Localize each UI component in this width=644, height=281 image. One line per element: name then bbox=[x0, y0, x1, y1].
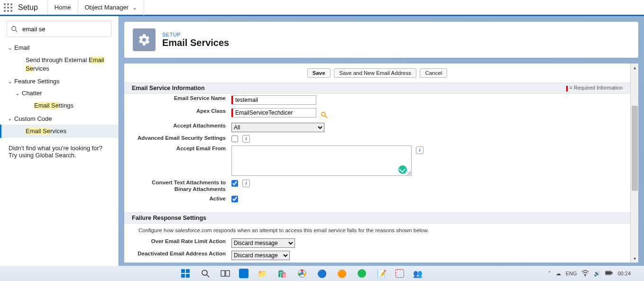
label-convert-text-l1: Convert Text Attachments to bbox=[152, 180, 226, 185]
tree-node-email[interactable]: ⌄ Email bbox=[0, 42, 118, 54]
svg-point-24 bbox=[585, 275, 586, 276]
svg-rect-20 bbox=[226, 271, 230, 276]
svg-point-7 bbox=[7, 10, 9, 12]
svg-point-4 bbox=[7, 7, 9, 9]
select-deactivated-action[interactable]: Discard message bbox=[231, 251, 290, 260]
svg-point-0 bbox=[4, 3, 6, 5]
label-convert-text-l2: Binary Attachments bbox=[175, 186, 226, 192]
info-icon[interactable]: i bbox=[242, 180, 250, 187]
info-icon[interactable]: i bbox=[242, 135, 250, 143]
scroll-track[interactable] bbox=[631, 72, 639, 254]
tab-object-manager-label: Object Manager bbox=[85, 4, 129, 11]
info-icon[interactable]: i bbox=[416, 146, 423, 154]
systray-cloud-icon[interactable]: ☁ bbox=[556, 271, 561, 277]
gear-icon bbox=[133, 28, 156, 51]
checkbox-advanced-security[interactable] bbox=[231, 136, 238, 142]
page-title: Email Services bbox=[162, 37, 229, 48]
app-launcher-icon[interactable] bbox=[0, 0, 16, 16]
label-accept-attachments: Accept Attachments bbox=[173, 123, 226, 128]
tree-node-chatter[interactable]: ⌄ Chatter bbox=[0, 87, 118, 99]
tree-node-feature-settings[interactable]: ⌄ Feature Settings bbox=[0, 75, 118, 87]
lookup-icon[interactable] bbox=[321, 111, 329, 120]
grammarly-icon[interactable] bbox=[398, 165, 407, 174]
svg-rect-16 bbox=[186, 274, 190, 278]
form-card: Save Save and New Email Address Cancel E… bbox=[124, 63, 638, 263]
select-accept-attachments[interactable]: All bbox=[231, 123, 324, 132]
systray-wifi-icon[interactable] bbox=[581, 270, 589, 277]
setup-sidebar: ⌄ Email Send through External Email Serv… bbox=[0, 16, 119, 281]
systray-chevron-icon[interactable]: ˄ bbox=[548, 271, 551, 277]
tree-node-custom-code[interactable]: ⌄ Custom Code bbox=[0, 113, 118, 125]
windows-taskbar: 📁 🛍️ 🔵 🟠 📝 👥 ˄ ☁ ENG 🔊 00:24 bbox=[0, 266, 644, 281]
tree-item-email-settings[interactable]: Email Settings bbox=[0, 99, 118, 112]
label-active: Active bbox=[209, 196, 226, 201]
label-deactivated-action: Deactivated Email Address Action bbox=[138, 251, 226, 256]
systray-volume-icon[interactable]: 🔊 bbox=[594, 271, 600, 277]
save-button[interactable]: Save bbox=[307, 68, 331, 78]
svg-rect-19 bbox=[221, 271, 225, 276]
taskbar-app-icon[interactable] bbox=[396, 269, 404, 278]
sidebar-note-l2: Try using Global Search. bbox=[9, 152, 110, 159]
input-email-service-name[interactable] bbox=[233, 95, 316, 105]
page-pre-title: SETUP bbox=[162, 32, 229, 37]
failure-description: Configure how salesforce.com responds wh… bbox=[124, 224, 630, 237]
taskbar-store-icon[interactable]: 🛍️ bbox=[276, 267, 288, 280]
sidebar-note: Didn't find what you're looking for? Try… bbox=[0, 138, 118, 165]
tab-home[interactable]: Home bbox=[47, 0, 78, 15]
quick-find-input[interactable] bbox=[7, 21, 111, 37]
taskbar-app-icon[interactable]: 🟠 bbox=[336, 267, 348, 280]
systray-battery-icon[interactable] bbox=[605, 270, 613, 277]
checkbox-convert-text[interactable] bbox=[231, 180, 238, 187]
svg-line-12 bbox=[325, 116, 327, 118]
top-tab-bar: Setup Home Object Manager ⌄ bbox=[0, 0, 644, 16]
scroll-down-arrow[interactable]: ▾ bbox=[631, 254, 639, 263]
tree-item-email-services[interactable]: Email Services bbox=[0, 125, 118, 138]
label-advanced-security: Advanced Email Security Settings bbox=[138, 135, 226, 141]
tree-leaf-pre: Send through External bbox=[26, 56, 89, 63]
svg-point-23 bbox=[358, 269, 366, 278]
svg-point-2 bbox=[10, 3, 12, 5]
select-over-email-rate[interactable]: Discard message bbox=[231, 238, 295, 248]
input-apex-class[interactable] bbox=[233, 108, 316, 118]
taskbar-taskview-icon[interactable] bbox=[219, 267, 231, 280]
svg-rect-26 bbox=[612, 272, 613, 274]
section-title-info: Email Service Information bbox=[132, 85, 205, 91]
scroll-thumb[interactable] bbox=[632, 106, 638, 191]
tree-label-chatter: Chatter bbox=[22, 90, 42, 97]
taskbar-spotify-icon[interactable] bbox=[356, 267, 368, 280]
textarea-accept-email-from[interactable] bbox=[231, 145, 412, 176]
taskbar-app-icon[interactable]: 👥 bbox=[412, 267, 424, 280]
taskbar-chrome-icon[interactable] bbox=[296, 267, 308, 280]
tree-leaf-post: rvices bbox=[33, 65, 49, 72]
taskbar-explorer-icon[interactable]: 📁 bbox=[256, 267, 268, 280]
svg-point-3 bbox=[4, 7, 6, 9]
systray-lang[interactable]: ENG bbox=[566, 271, 577, 276]
systray-time[interactable]: 00:24 bbox=[617, 271, 631, 276]
svg-rect-15 bbox=[181, 274, 185, 278]
tab-home-label: Home bbox=[55, 4, 71, 11]
taskbar-start-icon[interactable] bbox=[179, 267, 192, 280]
tab-object-manager[interactable]: Object Manager ⌄ bbox=[78, 0, 145, 16]
section-header-info: Email Service Information = Required Inf… bbox=[124, 82, 630, 94]
svg-point-17 bbox=[202, 270, 207, 275]
taskbar-app-icon[interactable]: 🔵 bbox=[316, 267, 328, 280]
chevron-down-icon: ⌄ bbox=[14, 90, 21, 97]
tree-item-send-external[interactable]: Send through External Email Services bbox=[0, 54, 118, 75]
svg-point-6 bbox=[4, 10, 6, 12]
taskbar-search-icon[interactable] bbox=[199, 267, 212, 280]
scroll-up-arrow[interactable]: ▴ bbox=[631, 63, 639, 72]
svg-point-1 bbox=[7, 3, 9, 5]
checkbox-active[interactable] bbox=[231, 196, 238, 202]
scrollbar[interactable]: ▴ ▾ bbox=[630, 63, 638, 263]
cancel-button[interactable]: Cancel bbox=[420, 68, 447, 78]
section-header-failure: Failure Response Settings bbox=[124, 212, 630, 224]
save-and-new-button[interactable]: Save and New Email Address bbox=[334, 68, 416, 78]
svg-rect-13 bbox=[181, 269, 185, 273]
svg-point-11 bbox=[322, 112, 325, 116]
svg-point-5 bbox=[10, 7, 12, 9]
svg-line-18 bbox=[207, 275, 209, 277]
taskbar-app-icon[interactable]: 📝 bbox=[376, 267, 388, 280]
taskbar-app-icon[interactable] bbox=[239, 269, 248, 278]
tree-label-custom-code: Custom Code bbox=[14, 115, 52, 122]
svg-rect-14 bbox=[186, 269, 190, 273]
